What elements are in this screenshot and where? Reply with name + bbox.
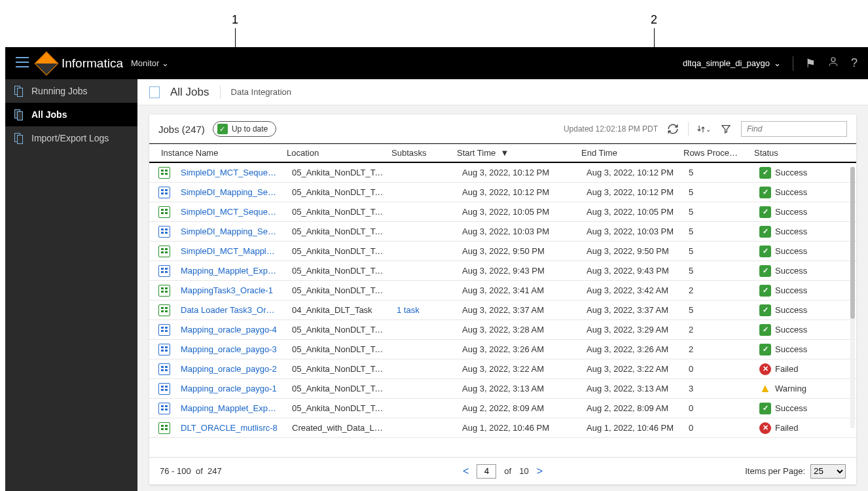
cell-end-time: Aug 3, 2022, 10:12 PM [580,168,682,177]
cell-end-time: Aug 3, 2022, 9:50 PM [580,246,682,256]
table-row[interactable]: Mapping_oracle_paygo-305_Ankita_NonDLT_T… [149,340,856,359]
cell-status: ✕Failed [753,422,831,434]
table-row[interactable]: Mapping_oracle_paygo-405_Ankita_NonDLT_T… [149,320,856,340]
table-row[interactable]: Mapping_oracle_paygo-205_Ankita_NonDLT_T… [149,359,856,379]
instance-name-link[interactable]: MappingTask3_Oracle-1 [174,285,285,295]
items-per-page-select[interactable]: 25 [810,464,846,479]
cell-start-time: Aug 3, 2022, 10:05 PM [456,207,580,217]
table-row[interactable]: MappingTask3_Oracle-105_Ankita_NonDLT_Ta… [149,281,856,300]
flag-icon[interactable]: ⚑ [805,56,816,71]
up-to-date-badge: ✓ Up to date [213,121,276,137]
status-text: Success [775,285,807,295]
instance-name-link[interactable]: DLT_ORACLE_mutlisrc-8 [174,423,285,433]
task-type-icon [158,383,170,395]
instance-name-link[interactable]: SimpleDI_Mapping_Seque... [174,187,285,197]
callout-label-1: 1 [232,13,238,27]
find-input[interactable] [741,121,847,137]
table-row[interactable]: SimpleDI_MCT_Sequence-105_Ankita_NonDLT_… [149,202,856,222]
instance-name-link[interactable]: Mapping_Mapplet_Expres... [174,403,285,413]
svg-point-0 [831,58,835,62]
divider [220,86,221,99]
cell-status: ✓Success [753,285,831,297]
divider [688,122,689,136]
cell-end-time: Aug 3, 2022, 10:03 PM [580,227,682,236]
status-success-icon: ✓ [759,265,771,277]
chevron-down-icon: ⌄ [774,58,781,68]
table-row[interactable]: SimpleDI_MCT_Sequence-205_Ankita_NonDLT_… [149,163,856,183]
org-selector[interactable]: dltqa_simple_di_paygo ⌄ [683,58,781,68]
refresh-icon[interactable] [666,122,680,136]
hamburger-icon[interactable] [16,57,29,69]
instance-name-link[interactable]: Mapping_oracle_paygo-1 [174,384,285,393]
scrollbar[interactable] [850,167,855,428]
status-text: Success [775,325,807,335]
instance-name-link[interactable]: SimpleDI_MCT_Sequence-1 [174,207,285,217]
jobs-icon [14,86,25,96]
user-icon[interactable] [827,56,839,71]
cell-end-time: Aug 3, 2022, 9:43 PM [580,266,682,276]
pager-pages: 10 [519,466,528,476]
cell-status: ✕Failed [753,363,831,375]
table-row[interactable]: SimpleDI_Mapping_Seque...05_Ankita_NonDL… [149,222,856,242]
page-input[interactable] [477,464,496,479]
col-end-time[interactable]: End Time [575,148,677,158]
col-status[interactable]: Status [748,148,826,158]
instance-name-link[interactable]: Mapping_Mapplet_Expres... [174,266,285,276]
table-row[interactable]: DLT_ORACLE_mutlisrc-8Created_with_Data_L… [149,418,856,438]
task-type-icon [158,187,170,198]
page-title: All Jobs [170,86,209,99]
table-row[interactable]: SimpleDI_MCT_Mapplet-105_Ankita_NonDLT_T… [149,242,856,261]
instance-name-link[interactable]: Mapping_oracle_paygo-3 [174,344,285,354]
sidebar: Running Jobs All Jobs Import/Export Logs [5,79,137,491]
instance-name-link[interactable]: Mapping_oracle_paygo-2 [174,364,285,374]
cell-subtasks[interactable]: 1 task [390,305,456,315]
col-subtasks[interactable]: Subtasks [385,148,450,158]
table-row[interactable]: Mapping_Mapplet_Expres...05_Ankita_NonDL… [149,261,856,281]
instance-name-link[interactable]: SimpleDI_MCT_Sequence-2 [174,168,285,177]
table-row[interactable]: Mapping_oracle_paygo-105_Ankita_NonDLT_T… [149,379,856,399]
sort-icon[interactable]: ⌄ [696,122,711,136]
col-location[interactable]: Location [280,148,385,158]
app-name: Monitor [131,58,159,68]
items-per-page-label: Items per Page: [745,466,805,476]
sidebar-item-running-jobs[interactable]: Running Jobs [5,79,137,103]
instance-name-link[interactable]: SimpleDI_MCT_Mapplet-1 [174,246,285,256]
app-switcher[interactable]: Monitor ⌄ [131,58,169,68]
instance-name-link[interactable]: Data Loader Task3_Oracle-1 [174,305,285,315]
cell-rows-processed: 0 [682,423,753,433]
instance-name-link[interactable]: Mapping_oracle_paygo-4 [174,325,285,335]
cell-start-time: Aug 3, 2022, 9:50 PM [456,246,580,256]
sidebar-item-all-jobs[interactable]: All Jobs [5,103,137,126]
task-type-icon [158,324,170,336]
cell-end-time: Aug 3, 2022, 10:12 PM [580,187,682,197]
task-type-icon [158,206,170,218]
col-instance-name[interactable]: Instance Name [149,148,280,158]
help-icon[interactable]: ? [851,56,858,70]
pager-range: 76 - 100 [160,466,191,476]
cell-rows-processed: 5 [682,227,753,236]
cell-location: 05_Ankita_NonDLT_Task [285,384,390,393]
toolbar: Jobs (247) ✓ Up to date Updated 12:02:18… [149,115,856,143]
cell-start-time: Aug 3, 2022, 9:43 PM [456,266,580,276]
status-success-icon: ✓ [759,187,771,198]
table-row[interactable]: SimpleDI_Mapping_Seque...05_Ankita_NonDL… [149,183,856,202]
next-page-icon[interactable]: > [537,465,543,477]
table-row[interactable]: Mapping_Mapplet_Expres...05_Ankita_NonDL… [149,399,856,418]
jobs-count-label: Jobs (247) [158,124,205,135]
instance-name-link[interactable]: SimpleDI_Mapping_Seque... [174,227,285,236]
sidebar-item-import-export-logs[interactable]: Import/Export Logs [5,126,137,150]
task-type-icon [158,304,170,316]
status-warning-icon: ▲ [759,383,771,395]
cell-start-time: Aug 3, 2022, 10:12 PM [456,168,580,177]
cell-location: 05_Ankita_NonDLT_Task [285,403,390,413]
filter-icon[interactable] [719,122,733,136]
status-success-icon: ✓ [759,206,771,218]
cell-location: 05_Ankita_NonDLT_Task [285,285,390,295]
status-success-icon: ✓ [759,344,771,355]
table-row[interactable]: Data Loader Task3_Oracle-104_Ankita_DLT_… [149,300,856,320]
cell-rows-processed: 5 [682,305,753,315]
prev-page-icon[interactable]: < [463,465,469,477]
col-rows-processed[interactable]: Rows Processed [677,148,748,158]
col-start-time[interactable]: Start Time ▼ [450,148,575,158]
logs-icon [14,133,25,143]
